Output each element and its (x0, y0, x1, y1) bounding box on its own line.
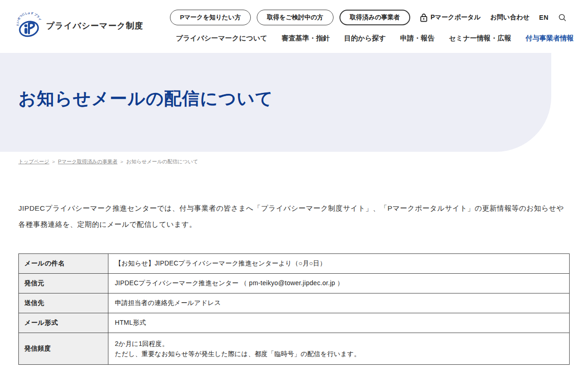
nav-about-privacy-mark[interactable]: プライバシーマークについて (176, 34, 267, 43)
row-label-frequency: 発信頻度 (19, 333, 108, 365)
frequency-line-2: ただし、重要なお知らせ等が発生した際には、都度「臨時号」の配信を行います。 (115, 349, 563, 359)
page-title: お知らせメールの配信について (18, 87, 273, 110)
nav-seminar-pr[interactable]: セミナー情報・広報 (449, 34, 511, 43)
nav-application-report[interactable]: 申請・報告 (400, 34, 435, 43)
breadcrumb-home[interactable]: トップページ (18, 158, 49, 165)
intro-paragraph: JIPDECプライバシーマーク推進センターでは、付与事業者の皆さまへ「プライバシ… (18, 200, 568, 232)
global-nav: プライバシーマークについて 審査基準・指針 目的から探す 申請・報告 セミナー情… (176, 34, 574, 43)
row-label-format: メール形式 (19, 313, 108, 333)
nav-examination-standards[interactable]: 審査基準・指針 (282, 34, 330, 43)
search-button[interactable] (558, 13, 567, 22)
row-value-subject: 【お知らせ】JIPDECプライバシーマーク推進センターより（○月○日） (108, 254, 570, 274)
contact-link[interactable]: お問い合わせ (490, 13, 529, 22)
main-content: JIPDECプライバシーマーク推進センターでは、付与事業者の皆さまへ「プライバシ… (0, 200, 588, 365)
breadcrumb-separator: ＞ (51, 158, 56, 165)
pill-considering-acquisition[interactable]: 取得をご検討中の方 (257, 10, 333, 25)
breadcrumb-separator: ＞ (119, 158, 124, 165)
breadcrumb-certified-businesses[interactable]: Pマーク取得済みの事業者 (58, 158, 117, 165)
site-header: たいせつにします プライバシー プライバシーマーク制度 Pマークを知りたい方 取… (0, 0, 588, 53)
row-value-sender: JIPDECプライバシーマーク推進センター （ pm-teikyo@tower.… (108, 274, 570, 293)
language-toggle-en[interactable]: EN (539, 14, 548, 21)
table-row-sender: 発信元 JIPDECプライバシーマーク推進センター （ pm-teikyo@to… (19, 274, 570, 293)
row-label-sender: 発信元 (19, 274, 108, 293)
pill-certified-businesses[interactable]: 取得済みの事業者 (339, 10, 411, 25)
breadcrumb: トップページ ＞ Pマーク取得済みの事業者 ＞ お知らせメールの配信について (18, 158, 588, 165)
row-value-format: HTML形式 (108, 313, 570, 333)
nav-certified-business-info[interactable]: 付与事業者情報 (526, 34, 574, 43)
pill-know-pmark[interactable]: Pマークを知りたい方 (170, 10, 251, 25)
logo-title: プライバシーマーク制度 (46, 20, 143, 31)
pmark-portal-label: Pマークポータル (430, 13, 481, 22)
frequency-line-1: 2か月に1回程度。 (115, 339, 563, 349)
row-value-frequency: 2か月に1回程度。 ただし、重要なお知らせ等が発生した際には、都度「臨時号」の配… (108, 333, 570, 365)
table-row-format: メール形式 HTML形式 (19, 313, 570, 333)
lock-icon (420, 13, 428, 22)
breadcrumb-current-page: お知らせメールの配信について (126, 158, 198, 165)
search-icon (558, 13, 567, 22)
privacy-mark-icon: たいせつにします プライバシー (16, 12, 42, 39)
row-value-recipient: 申請担当者の連絡先メールアドレス (108, 293, 570, 313)
nav-search-by-purpose[interactable]: 目的から探す (344, 34, 386, 43)
row-label-subject: メールの件名 (19, 254, 108, 274)
audience-links: Pマークを知りたい方 取得をご検討中の方 取得済みの事業者 (170, 10, 411, 25)
row-label-recipient: 送信先 (19, 293, 108, 313)
table-row-subject: メールの件名 【お知らせ】JIPDECプライバシーマーク推進センターより（○月○… (19, 254, 570, 274)
hero-banner: お知らせメールの配信について (0, 53, 551, 152)
utility-bar: Pマークを知りたい方 取得をご検討中の方 取得済みの事業者 Pマークポータル お… (170, 10, 567, 25)
pmark-portal-link[interactable]: Pマークポータル (420, 13, 481, 22)
table-row-recipient: 送信先 申請担当者の連絡先メールアドレス (19, 293, 570, 313)
mail-info-table: メールの件名 【お知らせ】JIPDECプライバシーマーク推進センターより（○月○… (18, 253, 570, 365)
table-row-frequency: 発信頻度 2か月に1回程度。 ただし、重要なお知らせ等が発生した際には、都度「臨… (19, 333, 570, 365)
site-logo[interactable]: たいせつにします プライバシー プライバシーマーク制度 (16, 12, 143, 39)
